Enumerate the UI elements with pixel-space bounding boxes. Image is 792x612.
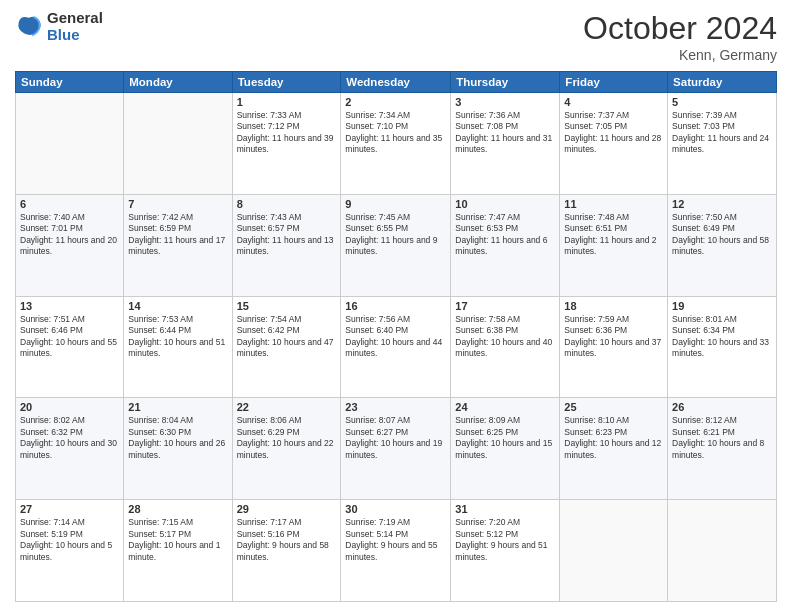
calendar-cell: 27Sunrise: 7:14 AM Sunset: 5:19 PM Dayli… — [16, 500, 124, 602]
calendar-cell: 10Sunrise: 7:47 AM Sunset: 6:53 PM Dayli… — [451, 194, 560, 296]
calendar-cell — [560, 500, 668, 602]
day-number: 13 — [20, 300, 119, 312]
day-info: Sunrise: 7:33 AM Sunset: 7:12 PM Dayligh… — [237, 110, 337, 156]
calendar-cell: 22Sunrise: 8:06 AM Sunset: 6:29 PM Dayli… — [232, 398, 341, 500]
calendar-cell: 11Sunrise: 7:48 AM Sunset: 6:51 PM Dayli… — [560, 194, 668, 296]
day-info: Sunrise: 7:59 AM Sunset: 6:36 PM Dayligh… — [564, 314, 663, 360]
day-number: 10 — [455, 198, 555, 210]
calendar-week-row: 27Sunrise: 7:14 AM Sunset: 5:19 PM Dayli… — [16, 500, 777, 602]
day-number: 28 — [128, 503, 227, 515]
day-info: Sunrise: 7:19 AM Sunset: 5:14 PM Dayligh… — [345, 517, 446, 563]
calendar-week-row: 6Sunrise: 7:40 AM Sunset: 7:01 PM Daylig… — [16, 194, 777, 296]
day-number: 9 — [345, 198, 446, 210]
calendar-cell: 17Sunrise: 7:58 AM Sunset: 6:38 PM Dayli… — [451, 296, 560, 398]
day-info: Sunrise: 7:17 AM Sunset: 5:16 PM Dayligh… — [237, 517, 337, 563]
day-info: Sunrise: 8:10 AM Sunset: 6:23 PM Dayligh… — [564, 415, 663, 461]
day-info: Sunrise: 8:12 AM Sunset: 6:21 PM Dayligh… — [672, 415, 772, 461]
day-number: 18 — [564, 300, 663, 312]
day-number: 5 — [672, 96, 772, 108]
title-section: October 2024 Kenn, Germany — [583, 10, 777, 63]
day-number: 31 — [455, 503, 555, 515]
header: General Blue October 2024 Kenn, Germany — [15, 10, 777, 63]
day-number: 4 — [564, 96, 663, 108]
day-info: Sunrise: 7:42 AM Sunset: 6:59 PM Dayligh… — [128, 212, 227, 258]
day-info: Sunrise: 7:20 AM Sunset: 5:12 PM Dayligh… — [455, 517, 555, 563]
calendar-cell: 2Sunrise: 7:34 AM Sunset: 7:10 PM Daylig… — [341, 93, 451, 195]
day-number: 26 — [672, 401, 772, 413]
day-info: Sunrise: 8:01 AM Sunset: 6:34 PM Dayligh… — [672, 314, 772, 360]
weekday-header-row: SundayMondayTuesdayWednesdayThursdayFrid… — [16, 72, 777, 93]
day-number: 7 — [128, 198, 227, 210]
logo: General Blue — [15, 10, 103, 43]
day-number: 22 — [237, 401, 337, 413]
day-info: Sunrise: 7:37 AM Sunset: 7:05 PM Dayligh… — [564, 110, 663, 156]
calendar-cell: 18Sunrise: 7:59 AM Sunset: 6:36 PM Dayli… — [560, 296, 668, 398]
weekday-header: Wednesday — [341, 72, 451, 93]
weekday-header: Friday — [560, 72, 668, 93]
day-number: 15 — [237, 300, 337, 312]
day-number: 19 — [672, 300, 772, 312]
calendar-cell: 16Sunrise: 7:56 AM Sunset: 6:40 PM Dayli… — [341, 296, 451, 398]
calendar-week-row: 1Sunrise: 7:33 AM Sunset: 7:12 PM Daylig… — [16, 93, 777, 195]
calendar-cell — [668, 500, 777, 602]
day-number: 25 — [564, 401, 663, 413]
day-number: 2 — [345, 96, 446, 108]
day-info: Sunrise: 7:40 AM Sunset: 7:01 PM Dayligh… — [20, 212, 119, 258]
day-number: 21 — [128, 401, 227, 413]
day-info: Sunrise: 8:07 AM Sunset: 6:27 PM Dayligh… — [345, 415, 446, 461]
day-number: 23 — [345, 401, 446, 413]
calendar-cell: 12Sunrise: 7:50 AM Sunset: 6:49 PM Dayli… — [668, 194, 777, 296]
calendar-cell — [124, 93, 232, 195]
logo-general: General — [47, 10, 103, 27]
day-info: Sunrise: 7:51 AM Sunset: 6:46 PM Dayligh… — [20, 314, 119, 360]
calendar-cell — [16, 93, 124, 195]
day-info: Sunrise: 8:09 AM Sunset: 6:25 PM Dayligh… — [455, 415, 555, 461]
calendar-week-row: 20Sunrise: 8:02 AM Sunset: 6:32 PM Dayli… — [16, 398, 777, 500]
calendar-cell: 25Sunrise: 8:10 AM Sunset: 6:23 PM Dayli… — [560, 398, 668, 500]
day-info: Sunrise: 7:39 AM Sunset: 7:03 PM Dayligh… — [672, 110, 772, 156]
calendar-cell: 29Sunrise: 7:17 AM Sunset: 5:16 PM Dayli… — [232, 500, 341, 602]
day-info: Sunrise: 8:02 AM Sunset: 6:32 PM Dayligh… — [20, 415, 119, 461]
day-info: Sunrise: 7:45 AM Sunset: 6:55 PM Dayligh… — [345, 212, 446, 258]
calendar-cell: 30Sunrise: 7:19 AM Sunset: 5:14 PM Dayli… — [341, 500, 451, 602]
day-info: Sunrise: 7:36 AM Sunset: 7:08 PM Dayligh… — [455, 110, 555, 156]
calendar-cell: 8Sunrise: 7:43 AM Sunset: 6:57 PM Daylig… — [232, 194, 341, 296]
calendar-cell: 19Sunrise: 8:01 AM Sunset: 6:34 PM Dayli… — [668, 296, 777, 398]
calendar-cell: 15Sunrise: 7:54 AM Sunset: 6:42 PM Dayli… — [232, 296, 341, 398]
calendar-cell: 5Sunrise: 7:39 AM Sunset: 7:03 PM Daylig… — [668, 93, 777, 195]
day-number: 29 — [237, 503, 337, 515]
day-info: Sunrise: 7:14 AM Sunset: 5:19 PM Dayligh… — [20, 517, 119, 563]
weekday-header: Monday — [124, 72, 232, 93]
day-info: Sunrise: 7:58 AM Sunset: 6:38 PM Dayligh… — [455, 314, 555, 360]
weekday-header: Tuesday — [232, 72, 341, 93]
day-info: Sunrise: 7:53 AM Sunset: 6:44 PM Dayligh… — [128, 314, 227, 360]
calendar-cell: 14Sunrise: 7:53 AM Sunset: 6:44 PM Dayli… — [124, 296, 232, 398]
day-info: Sunrise: 7:34 AM Sunset: 7:10 PM Dayligh… — [345, 110, 446, 156]
calendar-cell: 28Sunrise: 7:15 AM Sunset: 5:17 PM Dayli… — [124, 500, 232, 602]
calendar-table: SundayMondayTuesdayWednesdayThursdayFrid… — [15, 71, 777, 602]
day-number: 20 — [20, 401, 119, 413]
day-number: 1 — [237, 96, 337, 108]
day-number: 12 — [672, 198, 772, 210]
day-info: Sunrise: 7:43 AM Sunset: 6:57 PM Dayligh… — [237, 212, 337, 258]
day-number: 24 — [455, 401, 555, 413]
calendar-cell: 4Sunrise: 7:37 AM Sunset: 7:05 PM Daylig… — [560, 93, 668, 195]
day-number: 6 — [20, 198, 119, 210]
calendar-cell: 24Sunrise: 8:09 AM Sunset: 6:25 PM Dayli… — [451, 398, 560, 500]
day-info: Sunrise: 8:04 AM Sunset: 6:30 PM Dayligh… — [128, 415, 227, 461]
day-info: Sunrise: 7:56 AM Sunset: 6:40 PM Dayligh… — [345, 314, 446, 360]
calendar-cell: 31Sunrise: 7:20 AM Sunset: 5:12 PM Dayli… — [451, 500, 560, 602]
day-number: 17 — [455, 300, 555, 312]
calendar-cell: 26Sunrise: 8:12 AM Sunset: 6:21 PM Dayli… — [668, 398, 777, 500]
day-number: 3 — [455, 96, 555, 108]
logo-blue: Blue — [47, 27, 103, 44]
day-info: Sunrise: 7:48 AM Sunset: 6:51 PM Dayligh… — [564, 212, 663, 258]
weekday-header: Saturday — [668, 72, 777, 93]
day-number: 11 — [564, 198, 663, 210]
day-number: 30 — [345, 503, 446, 515]
weekday-header: Sunday — [16, 72, 124, 93]
day-info: Sunrise: 7:54 AM Sunset: 6:42 PM Dayligh… — [237, 314, 337, 360]
day-info: Sunrise: 7:50 AM Sunset: 6:49 PM Dayligh… — [672, 212, 772, 258]
day-number: 16 — [345, 300, 446, 312]
calendar-cell: 9Sunrise: 7:45 AM Sunset: 6:55 PM Daylig… — [341, 194, 451, 296]
